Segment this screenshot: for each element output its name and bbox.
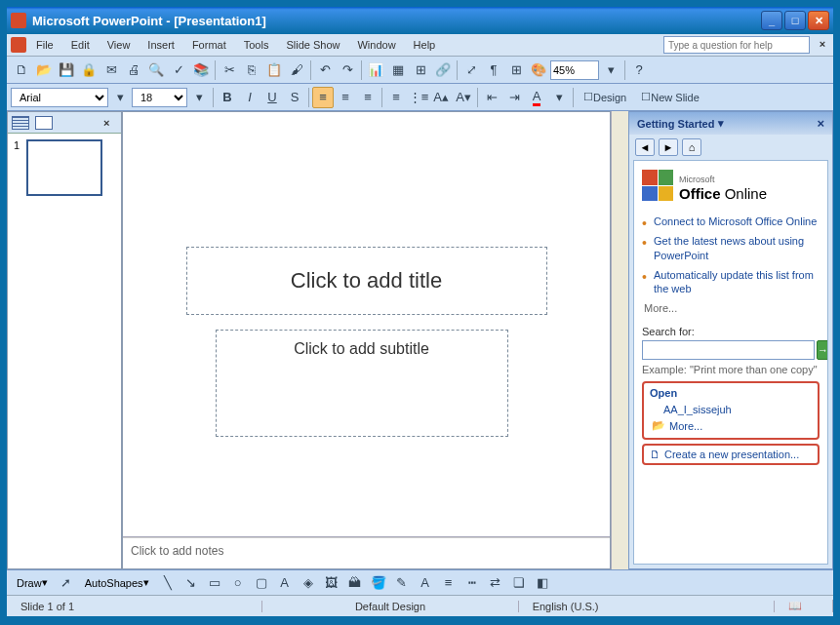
maximize-button[interactable]: □	[784, 11, 806, 30]
menu-format[interactable]: Format	[184, 37, 234, 53]
increase-indent-button[interactable]: ⇥	[503, 87, 525, 108]
align-left-button[interactable]: ≡	[312, 87, 334, 108]
menu-insert[interactable]: Insert	[140, 37, 182, 53]
title-placeholder[interactable]: Click to add title	[186, 247, 547, 315]
show-formatting-icon[interactable]: ¶	[483, 59, 504, 81]
tables-borders-icon[interactable]: ⊞	[410, 59, 431, 81]
minimize-button[interactable]: _	[761, 11, 782, 30]
doc-close-button[interactable]: ×	[816, 38, 829, 52]
format-painter-icon[interactable]: 🖌	[286, 59, 307, 81]
wordart-icon[interactable]: A	[274, 572, 296, 594]
dash-style-icon[interactable]: ┅	[461, 572, 483, 594]
fill-color-icon[interactable]: 🪣	[368, 572, 389, 594]
menu-file[interactable]: File	[28, 37, 61, 53]
grid-icon[interactable]: ⊞	[505, 59, 527, 81]
research-icon[interactable]: 📚	[190, 59, 212, 81]
back-icon[interactable]: ◄	[635, 138, 655, 156]
create-presentation-link[interactable]: 🗋 Create a new presentation...	[650, 449, 812, 460]
underline-button[interactable]: U	[261, 87, 283, 108]
close-button[interactable]: ✕	[808, 11, 829, 30]
menu-edit[interactable]: Edit	[63, 37, 98, 53]
outline-tab-icon[interactable]	[12, 116, 29, 130]
open-icon[interactable]: 📂	[33, 59, 55, 81]
help-icon[interactable]: ?	[628, 59, 650, 81]
menu-tools[interactable]: Tools	[236, 37, 277, 53]
copy-icon[interactable]: ⎘	[241, 59, 262, 81]
notes-input[interactable]: Click to add notes	[123, 537, 610, 568]
italic-button[interactable]: I	[239, 87, 260, 108]
size-dropdown-icon[interactable]: ▾	[188, 87, 210, 108]
decrease-indent-button[interactable]: ⇤	[481, 87, 502, 108]
font-color-dropdown-icon[interactable]: ▾	[548, 87, 570, 108]
slide-canvas[interactable]: Click to add title Click to add subtitle	[123, 112, 610, 537]
font-color-draw-icon[interactable]: A	[415, 572, 436, 594]
autoshapes-menu[interactable]: AutoShapes ▾	[79, 573, 155, 593]
redo-icon[interactable]: ↷	[337, 59, 358, 81]
oval-icon[interactable]: ○	[227, 572, 249, 594]
open-more-link[interactable]: 📂 More...	[650, 417, 812, 434]
font-color-button[interactable]: A	[526, 87, 547, 108]
subtitle-placeholder[interactable]: Click to add subtitle	[216, 330, 508, 437]
increase-font-button[interactable]: A▴	[430, 87, 452, 108]
save-icon[interactable]: 💾	[56, 59, 77, 81]
decrease-font-button[interactable]: A▾	[453, 87, 474, 108]
print-icon[interactable]: 🖨	[123, 59, 144, 81]
3d-style-icon[interactable]: ◧	[532, 572, 553, 594]
slides-tab-icon[interactable]	[35, 116, 53, 130]
bold-button[interactable]: B	[217, 87, 238, 108]
expand-icon[interactable]: ⤢	[460, 59, 482, 81]
line-style-icon[interactable]: ≡	[438, 572, 460, 594]
textbox-icon[interactable]: ▢	[251, 572, 272, 594]
taskpane-close-icon[interactable]: ×	[817, 116, 824, 131]
search-go-button[interactable]: →	[817, 340, 828, 360]
link-news[interactable]: Get the latest news about using PowerPoi…	[642, 231, 820, 265]
diagram-icon[interactable]: ◈	[298, 572, 319, 594]
status-language[interactable]: English (U.S.)	[519, 601, 775, 612]
bullets-button[interactable]: ⋮≡	[408, 87, 429, 108]
align-center-button[interactable]: ≡	[335, 87, 356, 108]
email-icon[interactable]: ✉	[100, 59, 122, 81]
clipart-icon[interactable]: 🖼	[321, 572, 342, 594]
panel-close-icon[interactable]: ×	[103, 117, 117, 129]
preview-icon[interactable]: 🔍	[145, 59, 167, 81]
menu-view[interactable]: View	[100, 37, 139, 53]
select-icon[interactable]: ➚	[56, 572, 77, 594]
forward-icon[interactable]: ►	[659, 138, 678, 156]
rectangle-icon[interactable]: ▭	[204, 572, 225, 594]
vertical-scrollbar[interactable]	[611, 111, 628, 569]
shadow-button[interactable]: S	[284, 87, 305, 108]
more-link[interactable]: More...	[642, 298, 820, 318]
taskpane-dropdown-icon[interactable]: ▾	[718, 117, 724, 130]
recent-file-link[interactable]: AA_I_sissejuh	[650, 402, 812, 417]
zoom-input[interactable]	[550, 60, 599, 80]
link-update[interactable]: Automatically update this list from the …	[642, 265, 820, 299]
home-icon[interactable]: ⌂	[682, 138, 701, 156]
help-search-input[interactable]	[663, 36, 810, 54]
menu-help[interactable]: Help	[406, 37, 444, 53]
font-select[interactable]: Arial	[11, 88, 108, 107]
arrow-style-icon[interactable]: ⇄	[485, 572, 506, 594]
menu-slideshow[interactable]: Slide Show	[278, 37, 347, 53]
shadow-style-icon[interactable]: ❏	[508, 572, 530, 594]
font-dropdown-icon[interactable]: ▾	[109, 87, 131, 108]
hyperlink-icon[interactable]: 🔗	[432, 59, 454, 81]
link-connect[interactable]: Connect to Microsoft Office Online	[642, 212, 820, 231]
design-button[interactable]: ☐ Design	[577, 87, 633, 108]
arrow-icon[interactable]: ↘	[180, 572, 202, 594]
picture-icon[interactable]: 🏔	[344, 572, 366, 594]
zoom-dropdown-icon[interactable]: ▾	[600, 59, 621, 81]
paste-icon[interactable]: 📋	[263, 59, 285, 81]
font-size-select[interactable]: 18	[132, 88, 187, 107]
new-slide-button[interactable]: ☐ New Slide	[634, 87, 706, 108]
line-color-icon[interactable]: ✎	[391, 572, 413, 594]
cut-icon[interactable]: ✂	[219, 59, 240, 81]
slide-thumbnail[interactable]	[26, 139, 102, 196]
search-input[interactable]	[642, 340, 815, 360]
table-icon[interactable]: ▦	[387, 59, 409, 81]
chart-icon[interactable]: 📊	[365, 59, 386, 81]
permission-icon[interactable]: 🔒	[78, 59, 100, 81]
new-icon[interactable]: 🗋	[11, 59, 32, 81]
line-icon[interactable]: ╲	[157, 572, 179, 594]
color-icon[interactable]: 🎨	[528, 59, 549, 81]
undo-icon[interactable]: ↶	[314, 59, 336, 81]
